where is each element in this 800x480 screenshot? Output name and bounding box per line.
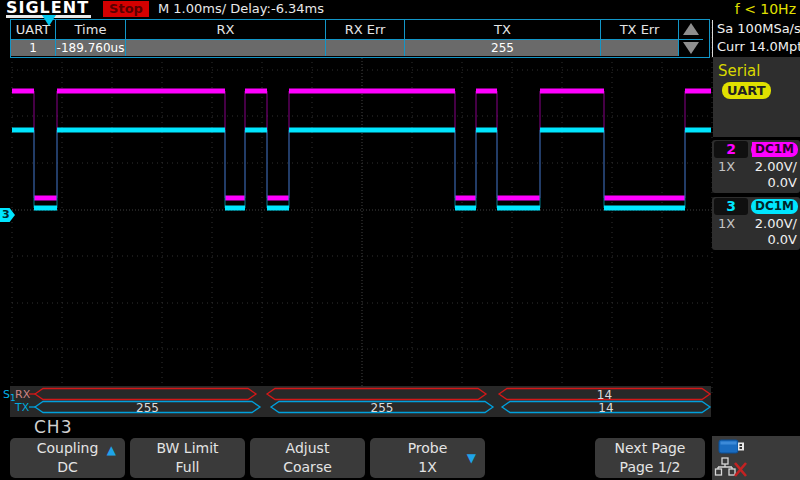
softkey-coupling[interactable]: Coupling DC ▲ <box>10 438 125 478</box>
softkey-probe[interactable]: Probe 1X ▼ <box>370 438 485 478</box>
channel2-offset: 0.0V <box>767 175 797 190</box>
acquisition-info: Sa 100MSa/s Curr 14.0Mpts <box>712 20 800 57</box>
row-cell-rx-err <box>326 39 405 56</box>
run-state-badge: Stop <box>103 1 149 17</box>
channel3-coupling-badge: DC1M <box>751 199 798 214</box>
row-cell-tx: 255 <box>405 39 601 56</box>
waveform-display: 1425525514 <box>0 0 800 480</box>
timebase-readout: M 1.00ms/ Delay:-6.34ms <box>158 1 324 17</box>
serial-decode-panel: Serial UART <box>713 57 800 137</box>
header-cell-rx: RX <box>126 20 326 39</box>
decode-event-table: UART Time RX RX Err TX TX Err 1 -189.760… <box>10 19 710 58</box>
channel3-status-box[interactable]: 3 DC1M 1X 2.00V/ 0.0V <box>712 197 800 250</box>
decode-table-header: UART Time RX RX Err TX TX Err <box>11 20 709 39</box>
channel3-number: 3 <box>714 198 748 215</box>
softkey-next-page[interactable]: Next Page Page 1/2 <box>595 438 705 478</box>
down-arrow-icon: ▼ <box>467 449 476 468</box>
header-cell-time: Time <box>56 20 126 39</box>
scroll-up-icon[interactable] <box>683 23 699 35</box>
trigger-position-marker[interactable] <box>42 15 56 26</box>
memory-depth: Curr 14.0Mpts <box>717 38 800 56</box>
active-channel-label: CH3 <box>34 417 72 437</box>
row-cell-index: 1 <box>11 39 56 56</box>
header-cell-tx-err: TX Err <box>601 20 679 39</box>
lan-disconnected-icon <box>716 458 747 476</box>
row-cell-tx-err <box>601 39 679 56</box>
channel2-coupling-badge: DC1M <box>751 142 798 157</box>
channel2-attenuation: 1X <box>718 159 735 174</box>
tx-bus-label: TX <box>15 402 29 413</box>
svg-text:14: 14 <box>598 401 613 415</box>
sample-rate: Sa 100MSa/s <box>717 20 800 38</box>
header-cell-tx: TX <box>405 20 601 39</box>
header-cell-rx-err: RX Err <box>326 20 405 39</box>
frequency-counter: f < 10Hz <box>735 1 796 17</box>
softkey-bw-limit[interactable]: BW Limit Full <box>130 438 245 478</box>
channel2-status-box[interactable]: 2 B DC1M 1X 2.00V/ 0.0V <box>712 140 800 193</box>
channel2-scale: 2.00V/ <box>755 159 797 174</box>
scroll-up-cell[interactable] <box>679 20 703 39</box>
row-cell-rx <box>126 39 326 56</box>
channel3-attenuation: 1X <box>718 216 735 231</box>
decode-source-label: S1 <box>3 389 16 404</box>
row-cell-time: -189.760us <box>56 39 126 56</box>
softkey-adjust[interactable]: Adjust Coarse <box>250 438 365 478</box>
svg-text:14: 14 <box>597 388 612 402</box>
svg-text:255: 255 <box>371 401 394 415</box>
channel3-scale: 2.00V/ <box>755 216 797 231</box>
usb-icon <box>719 440 744 453</box>
up-arrow-icon: ▲ <box>107 441 116 460</box>
channel2-number: 2 <box>714 141 748 158</box>
serial-label: Serial <box>718 62 760 80</box>
channel3-offset: 0.0V <box>767 232 797 247</box>
scroll-down-cell[interactable] <box>679 39 703 56</box>
svg-text:255: 255 <box>136 401 159 415</box>
oscilloscope-screen: 1425525514 SIGLENT Stop M 1.00ms/ Delay:… <box>0 0 800 480</box>
status-icons-panel <box>712 436 800 480</box>
scroll-down-icon[interactable] <box>683 42 699 54</box>
decode-table-row[interactable]: 1 -189.760us 255 <box>11 39 709 56</box>
rx-bus-label: RX <box>15 389 30 400</box>
serial-mode-badge: UART <box>722 82 771 99</box>
